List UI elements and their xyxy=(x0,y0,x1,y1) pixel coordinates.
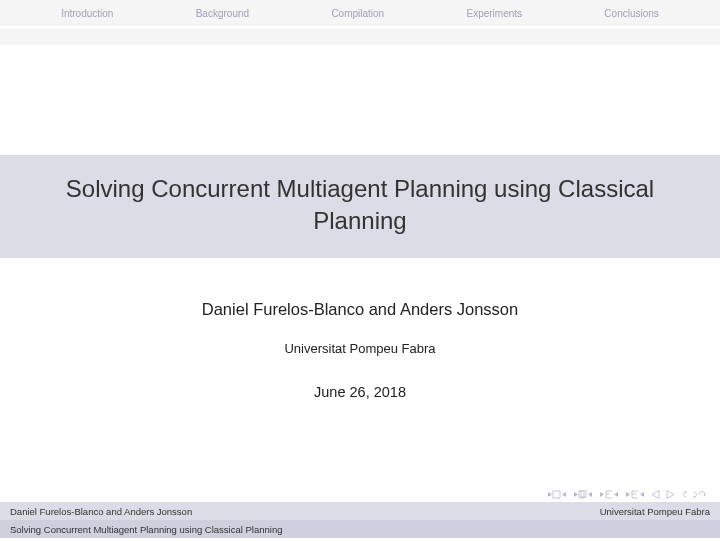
section-nav: Introduction Background Compilation Expe… xyxy=(0,0,720,26)
nav-item-introduction[interactable]: Introduction xyxy=(61,8,113,19)
footline-authors: Daniel Furelos-Blanco and Anders Jonsson… xyxy=(0,502,720,520)
nav-item-conclusions[interactable]: Conclusions xyxy=(604,8,658,19)
nav-item-compilation[interactable]: Compilation xyxy=(331,8,384,19)
nav-item-experiments[interactable]: Experiments xyxy=(466,8,522,19)
presentation-date: June 26, 2018 xyxy=(0,384,720,400)
slide-content: Solving Concurrent Multiagent Planning u… xyxy=(0,45,720,400)
title-block: Solving Concurrent Multiagent Planning u… xyxy=(0,155,720,258)
footline-right: Universitat Pompeu Fabra xyxy=(600,506,710,517)
footline-title: Solving Concurrent Multiagent Planning u… xyxy=(0,520,720,538)
footline-title-text: Solving Concurrent Multiagent Planning u… xyxy=(10,524,283,535)
nav-section-back-icon[interactable] xyxy=(626,490,644,499)
nav-frame-back-icon[interactable] xyxy=(574,490,592,499)
nav-subsection-back-icon[interactable] xyxy=(600,490,618,499)
beamer-nav-controls xyxy=(548,490,706,499)
nav-circular-icon[interactable] xyxy=(682,490,706,499)
subsection-bar xyxy=(0,29,720,45)
nav-item-background[interactable]: Background xyxy=(196,8,249,19)
nav-slide-back-icon[interactable] xyxy=(548,490,566,499)
footline-left: Daniel Furelos-Blanco and Anders Jonsson xyxy=(10,506,192,517)
authors: Daniel Furelos-Blanco and Anders Jonsson xyxy=(0,300,720,319)
affiliation: Universitat Pompeu Fabra xyxy=(0,341,720,356)
svg-rect-0 xyxy=(553,491,560,498)
presentation-title: Solving Concurrent Multiagent Planning u… xyxy=(40,173,680,238)
nav-back-forward-icon[interactable] xyxy=(652,490,674,499)
